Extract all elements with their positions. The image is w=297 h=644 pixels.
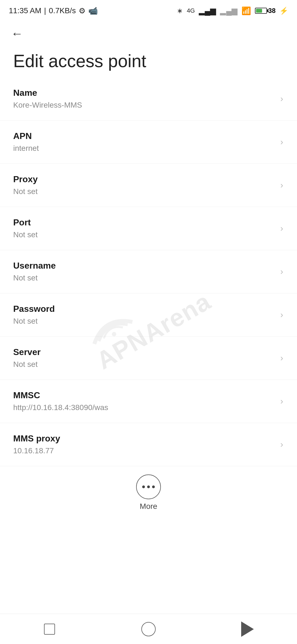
settings-value-mmsc: http://10.16.18.4:38090/was: [13, 403, 275, 413]
chevron-icon-mms-proxy: ›: [280, 439, 283, 449]
battery-shape: [255, 8, 267, 14]
status-time-speed: 11:35 AM | 0.7KB/s ⚙ 📹: [9, 6, 98, 15]
settings-item-proxy-content: Proxy Not set: [13, 174, 275, 197]
status-separator: |: [44, 6, 46, 15]
dot-2: [147, 485, 150, 488]
settings-label-proxy: Proxy: [13, 174, 275, 185]
dot-3: [152, 485, 155, 488]
signal-bars-icon: ▂▄▆: [199, 6, 216, 15]
chevron-icon-server: ›: [280, 353, 283, 363]
settings-label-name: Name: [13, 87, 275, 99]
back-button[interactable]: ←: [11, 28, 23, 40]
battery-indicator: 38: [255, 7, 276, 15]
chevron-icon-apn: ›: [280, 137, 283, 147]
settings-item-proxy[interactable]: Proxy Not set ›: [0, 164, 297, 207]
settings-value-mms-proxy: 10.16.18.77: [13, 446, 275, 456]
back-nav-icon: [241, 621, 254, 637]
settings-item-apn-content: APN internet: [13, 130, 275, 154]
signal-4g-icon: 4G: [187, 7, 195, 14]
settings-item-name-content: Name Kore-Wireless-MMS: [13, 87, 275, 110]
top-nav: ←: [0, 19, 297, 42]
settings-value-name: Kore-Wireless-MMS: [13, 100, 275, 110]
settings-value-apn: internet: [13, 143, 275, 153]
more-button[interactable]: [136, 474, 161, 499]
settings-value-username: Not set: [13, 273, 275, 283]
settings-value-proxy: Not set: [13, 187, 275, 197]
home-button[interactable]: [132, 618, 165, 640]
settings-item-password[interactable]: Password Not set ›: [0, 293, 297, 337]
settings-item-apn[interactable]: APN internet ›: [0, 121, 297, 164]
settings-label-password: Password: [13, 303, 275, 315]
dot-1: [142, 485, 145, 488]
settings-item-name[interactable]: Name Kore-Wireless-MMS ›: [0, 77, 297, 121]
chevron-icon-name: ›: [280, 94, 283, 104]
settings-label-username: Username: [13, 260, 275, 272]
more-label: More: [140, 502, 157, 511]
settings-item-server-content: Server Not set: [13, 346, 275, 370]
settings-list: Name Kore-Wireless-MMS › APN internet › …: [0, 77, 297, 466]
settings-item-port[interactable]: Port Not set ›: [0, 207, 297, 250]
charging-icon: ⚡: [279, 7, 288, 15]
settings-item-mms-proxy-content: MMS proxy 10.16.18.77: [13, 433, 275, 456]
more-button-container: More: [0, 466, 297, 516]
chevron-icon-mmsc: ›: [280, 396, 283, 406]
settings-label-server: Server: [13, 346, 275, 358]
chevron-icon-proxy: ›: [280, 180, 283, 190]
chevron-icon-username: ›: [280, 266, 283, 277]
chevron-icon-port: ›: [280, 223, 283, 233]
recent-apps-icon: [44, 624, 55, 635]
settings-label-apn: APN: [13, 130, 275, 142]
settings-item-username-content: Username Not set: [13, 260, 275, 283]
settings-value-port: Not set: [13, 230, 275, 240]
settings-item-mmsc[interactable]: MMSC http://10.16.18.4:38090/was ›: [0, 380, 297, 423]
settings-label-mms-proxy: MMS proxy: [13, 433, 275, 444]
settings-value-server: Not set: [13, 359, 275, 369]
settings-item-server[interactable]: Server Not set ›: [0, 337, 297, 380]
settings-item-password-content: Password Not set: [13, 303, 275, 326]
settings-item-mms-proxy[interactable]: MMS proxy 10.16.18.77 ›: [0, 423, 297, 466]
status-speed: 0.7KB/s: [49, 6, 76, 15]
signal-bars2-icon: ▂▄▆: [220, 6, 238, 15]
back-nav-button[interactable]: [231, 618, 264, 640]
settings-label-port: Port: [13, 217, 275, 228]
battery-percent: 38: [268, 7, 276, 15]
chevron-icon-password: ›: [280, 310, 283, 320]
recent-apps-button[interactable]: [33, 618, 66, 640]
video-icon: 📹: [88, 6, 98, 15]
settings-label-mmsc: MMSC: [13, 390, 275, 401]
settings-icon: ⚙: [79, 6, 86, 15]
settings-item-mmsc-content: MMSC http://10.16.18.4:38090/was: [13, 390, 275, 413]
settings-item-username[interactable]: Username Not set ›: [0, 250, 297, 293]
three-dots-icon: [142, 485, 155, 488]
settings-value-password: Not set: [13, 316, 275, 326]
battery-fill: [256, 9, 262, 13]
status-time: 11:35 AM: [9, 6, 41, 15]
wifi-icon: 📶: [241, 6, 251, 15]
bluetooth-icon: ∗: [177, 7, 183, 15]
status-bar: 11:35 AM | 0.7KB/s ⚙ 📹 ∗ 4G ▂▄▆ ▂▄▆ 📶 38…: [0, 0, 297, 19]
page-title: Edit access point: [0, 42, 297, 77]
bottom-nav: [0, 614, 297, 644]
status-icons: ∗ 4G ▂▄▆ ▂▄▆ 📶 38 ⚡: [177, 6, 288, 15]
home-icon: [141, 622, 156, 636]
settings-item-port-content: Port Not set: [13, 217, 275, 240]
